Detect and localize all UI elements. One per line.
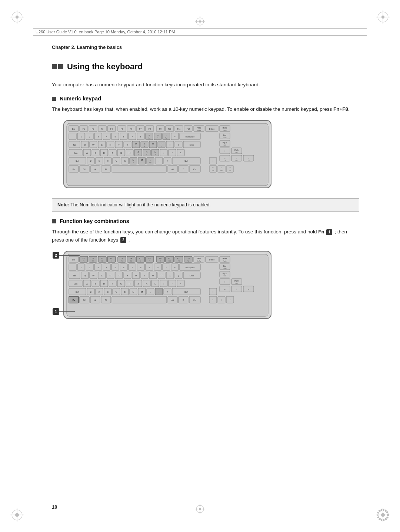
svg-text:B: B [124, 160, 126, 162]
svg-text:X: X [99, 160, 100, 162]
svg-text:Esc: Esc [72, 128, 76, 130]
svg-text:=: = [174, 136, 175, 138]
svg-text:F2: F2 [92, 260, 94, 262]
reg-mark-tl [10, 10, 24, 24]
svg-text:F6: F6 [130, 258, 132, 260]
svg-text:Ctrl: Ctrl [83, 168, 86, 170]
svg-text:R: R [110, 275, 111, 277]
svg-text:Shift: Shift [184, 160, 189, 162]
svg-text:F10: F10 [169, 260, 171, 262]
svg-text:Q: Q [84, 275, 86, 277]
svg-text:F11: F11 [177, 258, 180, 260]
svg-text:PgUp: PgUp [223, 142, 227, 144]
callout-badge-2: 2 [53, 252, 59, 259]
svg-text:8: 8 [140, 266, 141, 269]
svg-text:D: D [103, 152, 105, 154]
svg-text:G: G [120, 152, 122, 154]
svg-rect-81 [69, 133, 76, 140]
svg-text:P: P [161, 143, 162, 145]
page: U260 User Guide V1.0_en.book Page 10 Mon… [0, 0, 400, 532]
svg-text:7: 7 [131, 136, 133, 138]
svg-text:Shift: Shift [76, 160, 80, 162]
subsection2-title: Function key combinations [60, 218, 129, 224]
svg-text:SysRq: SysRq [197, 129, 201, 131]
reg-mark-bl [10, 508, 24, 522]
svg-text:T: T [118, 275, 120, 277]
svg-text:E: E [101, 144, 103, 146]
svg-text:K: K [146, 283, 147, 285]
svg-text:K: K [146, 151, 147, 153]
svg-text:Caps: Caps [74, 283, 78, 285]
svg-text:F6: F6 [130, 128, 132, 130]
svg-text:9: 9 [149, 266, 150, 269]
svg-text:PgDn: PgDn [234, 149, 239, 151]
svg-text:⊞: ⊞ [94, 299, 96, 301]
chapter-heading: Chapter 2. Learning the basics [52, 44, 359, 50]
svg-text:↑: ↑ [213, 291, 214, 293]
badge-2: 2 [120, 237, 126, 243]
svg-text:S: S [95, 152, 96, 154]
svg-text:1: 1 [80, 136, 81, 138]
svg-text:W: W [92, 144, 94, 146]
svg-text:Fn: Fn [73, 168, 75, 170]
svg-text:U: U [135, 143, 137, 145]
reg-mark-br [376, 508, 390, 522]
svg-text:Hm: Hm [148, 137, 151, 139]
svg-text:←: ← [212, 299, 214, 301]
svg-text:6: 6 [123, 266, 124, 269]
square-icon-2 [58, 64, 63, 69]
svg-text:4: 4 [106, 136, 107, 138]
svg-text:Shift: Shift [76, 291, 80, 293]
svg-text:3: 3 [97, 266, 99, 269]
svg-text:Pg↓: Pg↓ [149, 162, 152, 163]
keyboard-diagram-1-container: Esc F1 F2 F3 F4 F5 F6 [63, 120, 359, 192]
svg-text:Ctrl: Ctrl [193, 299, 196, 301]
svg-text:U: U [135, 275, 137, 277]
svg-text:←: ← [224, 157, 226, 160]
svg-text:S: S [95, 283, 96, 285]
svg-text:F6: F6 [130, 260, 132, 262]
svg-text:←: ← [212, 166, 214, 169]
svg-text:Ctrl↑: Ctrl↑ [223, 275, 226, 277]
svg-rect-290 [69, 264, 76, 270]
svg-text:↓↑>: ↓↑> [247, 160, 250, 162]
svg-text:Shift: Shift [184, 291, 189, 293]
svg-text:O: O [152, 275, 154, 277]
svg-text:Tab: Tab [73, 275, 76, 277]
svg-text:F8: F8 [149, 260, 150, 262]
svg-text:F11: F11 [178, 260, 180, 262]
svg-text:Enter: Enter [190, 275, 194, 277]
svg-text:F8: F8 [149, 128, 151, 130]
svg-text:M: M [141, 291, 143, 293]
svg-text:A: A [86, 283, 88, 285]
callout-badge-1: 1 [53, 308, 59, 315]
svg-text:F5: F5 [121, 258, 123, 260]
svg-point-7 [381, 16, 384, 19]
square-icon-1 [52, 64, 57, 69]
svg-text:End: End [223, 134, 227, 136]
svg-text:2: 2 [89, 266, 90, 269]
svg-text:C: C [107, 160, 109, 162]
section-title-row: Using the keyboard [52, 62, 359, 74]
svg-text:D: D [103, 283, 105, 285]
subsection1-row: Numeric keypad [52, 96, 359, 102]
svg-text:PgUp: PgUp [223, 130, 227, 131]
subsection1-body: The keyboard has keys that, when enabled… [52, 105, 359, 113]
svg-text:Tab: Tab [73, 144, 76, 146]
svg-text:→: → [229, 166, 231, 169]
svg-text:B: B [124, 291, 126, 293]
svg-text:6: 6 [123, 136, 124, 138]
svg-text:→: → [247, 288, 250, 290]
svg-text:F7: F7 [139, 258, 141, 260]
svg-text:W: W [92, 275, 94, 277]
svg-text:Z: Z [90, 160, 91, 162]
reg-mark-tr [376, 10, 390, 24]
svg-text:Ctrl: Ctrl [83, 299, 86, 301]
svg-text:Ctrl↓: Ctrl↓ [235, 152, 238, 153]
svg-text:.: . [141, 162, 142, 163]
svg-text:8: 8 [140, 136, 141, 138]
svg-text:F: F [112, 152, 113, 154]
section-title: Using the keyboard [67, 62, 143, 72]
svg-text:F: F [112, 283, 113, 285]
svg-text:2: 2 [89, 136, 90, 138]
